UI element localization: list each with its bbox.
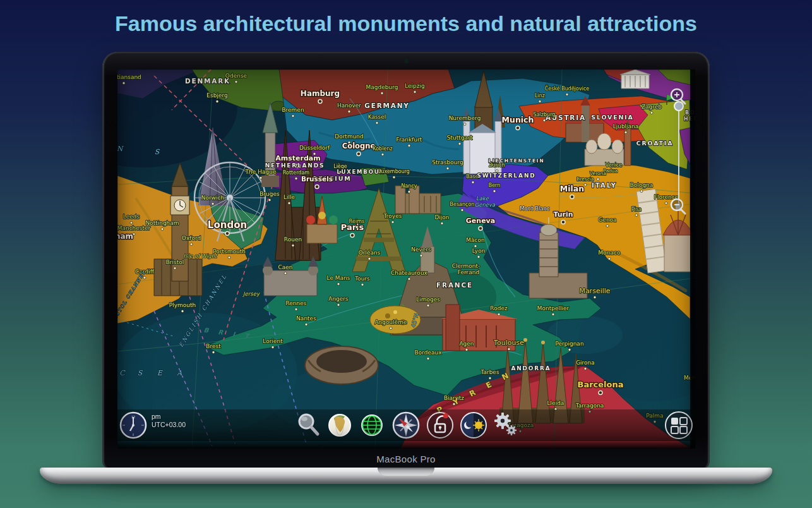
city-marker (393, 176, 395, 179)
city-marker (414, 91, 416, 94)
search-button[interactable] (293, 411, 322, 440)
day-night-button[interactable] (459, 411, 488, 440)
map-label: Norwich (201, 195, 224, 201)
city-marker (357, 152, 361, 156)
city-marker (212, 351, 215, 354)
city-marker (465, 349, 468, 351)
map-label: Birmingham (117, 232, 133, 241)
map-label: Koblenz (373, 146, 392, 152)
map-label: S (155, 148, 160, 156)
lock-button[interactable] (426, 411, 455, 440)
city-marker (225, 232, 229, 236)
city-marker (441, 222, 443, 225)
map-label: Agen (459, 341, 474, 347)
globe-grid-button[interactable] (357, 411, 386, 440)
map-label: Bern (489, 183, 501, 188)
analog-clock-icon: 12 (119, 411, 148, 440)
compass-button[interactable] (391, 411, 421, 440)
bottom-toolbar: 12 pm UTC+03.00 (117, 409, 695, 441)
city-marker (584, 184, 587, 186)
map-label: Nancy (401, 183, 417, 189)
city-marker (539, 100, 541, 103)
city-marker (498, 313, 500, 316)
map-label: Dortmund (335, 133, 364, 140)
clock-widget[interactable]: 12 (119, 411, 148, 440)
map-label: NETHERLANDS (265, 162, 325, 169)
map-label: Lake (476, 195, 489, 202)
map-label: London (208, 219, 247, 231)
city-marker (292, 245, 294, 247)
map-label: Esbjerg (206, 92, 227, 99)
city-marker (284, 272, 287, 275)
map-label: Bologna (630, 182, 654, 188)
map-label: SWITZERLAND (477, 172, 535, 179)
city-marker (463, 123, 466, 126)
city-marker (212, 203, 214, 205)
city-marker (305, 324, 307, 326)
city-marker (216, 100, 218, 103)
zoom-slider-knob[interactable] (674, 102, 683, 111)
app-screen[interactable]: KristiansandDENMARKOdenseEsbjergHamburgB… (117, 70, 695, 449)
map-label: Montpellier (537, 305, 570, 311)
city-marker (288, 202, 290, 205)
map-canvas[interactable]: KristiansandDENMARKOdenseEsbjergHamburgB… (117, 70, 695, 449)
day-night-icon (459, 411, 488, 440)
map-label: Cologne (342, 142, 376, 150)
city-marker (390, 327, 392, 330)
map-label: C (119, 369, 126, 377)
city-marker (606, 225, 609, 227)
city-marker (427, 305, 429, 307)
settings-button[interactable] (492, 411, 521, 440)
city-marker (568, 349, 571, 351)
lock-badge (443, 413, 448, 418)
city-marker (516, 126, 520, 130)
city-marker (122, 82, 125, 85)
map-label: Munich (502, 115, 534, 124)
planet-view-button[interactable] (325, 411, 354, 440)
city-marker (479, 227, 482, 231)
earth-globe-icon (325, 411, 354, 440)
map-label: Jersey (242, 291, 260, 297)
city-marker (174, 267, 176, 270)
city-marker (408, 145, 410, 147)
city-marker (566, 94, 568, 96)
map-label: Rodez (490, 305, 508, 311)
city-marker (420, 255, 422, 257)
map-label: Genoa (598, 217, 616, 223)
screen-edge-strip (690, 70, 695, 449)
compass-icon (391, 411, 421, 440)
map-label: CROATIA (636, 140, 674, 147)
map-label: Oxford (182, 235, 201, 241)
city-marker (268, 199, 271, 202)
city-marker (190, 243, 193, 246)
map-label: Dijon (434, 214, 449, 221)
map-label: Nuremberg (449, 115, 481, 121)
city-marker (493, 190, 496, 193)
map-label: Turin (553, 210, 573, 219)
webcam-icon (405, 59, 408, 63)
city-marker (624, 131, 627, 134)
city-marker (381, 92, 383, 95)
city-marker (458, 143, 461, 145)
city-marker (348, 111, 350, 113)
map-label: Caen (278, 264, 292, 270)
map-label: SLOVENIA (591, 114, 633, 121)
map-label: Troyes (383, 213, 402, 219)
map-label: Milan (560, 184, 584, 193)
map-label: Brussels (301, 175, 333, 183)
city-marker (408, 278, 410, 281)
map-label: Leipzig (405, 83, 425, 89)
map-label: Pisa (631, 207, 642, 212)
city-marker (665, 202, 667, 205)
map-label: Isle of Wight (184, 253, 218, 259)
map-label: S E A (138, 369, 189, 377)
gears-icon (492, 411, 521, 440)
layers-button[interactable] (664, 411, 693, 440)
map-label: Bristol (166, 259, 184, 265)
map-label: Mont Blanc (520, 205, 550, 212)
map-label: The Hague (245, 169, 277, 175)
map-label: Geneva (475, 202, 496, 208)
city-marker (640, 190, 643, 193)
map-label: Bruges (260, 191, 280, 197)
map-label: Hamburg (301, 89, 340, 98)
